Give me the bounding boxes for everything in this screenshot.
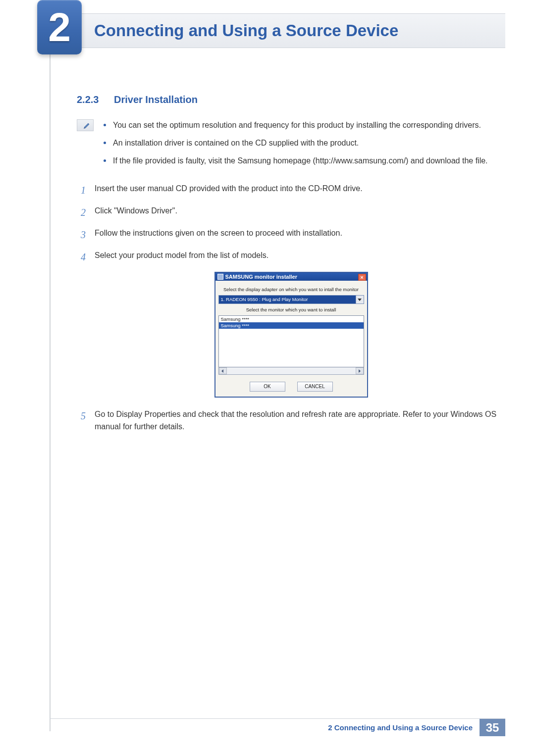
page: Connecting and Using a Source Device 2 2… — [0, 0, 535, 756]
installer-dialog-figure: SAMSUNG monitor installer × Select the d… — [77, 272, 505, 398]
step-number: 3 — [77, 227, 86, 243]
page-number: 35 — [480, 719, 505, 736]
note-text: You can set the optimum resolution and f… — [113, 119, 481, 131]
note-block: You can set the optimum resolution and f… — [77, 119, 505, 173]
chapter-header: Connecting and Using a Source Device — [50, 13, 505, 48]
note-item: If the file provided is faulty, visit th… — [104, 155, 505, 167]
dialog-title-text: SAMSUNG monitor installer — [225, 274, 297, 280]
list-item[interactable]: Samsung **** — [219, 322, 364, 329]
dialog-button-row: OK CANCEL — [218, 382, 364, 392]
note-list: You can set the optimum resolution and f… — [104, 119, 505, 173]
horizontal-scrollbar[interactable] — [218, 367, 364, 375]
step-row: 3 Follow the instructions given on the s… — [77, 227, 505, 243]
step-text: Select your product model from the list … — [95, 250, 505, 265]
bullet-icon — [104, 142, 106, 144]
step-row: 5 Go to Display Properties and check tha… — [77, 408, 505, 433]
close-icon[interactable]: × — [358, 274, 366, 281]
left-rule — [50, 14, 51, 731]
chevron-left-icon[interactable] — [219, 367, 227, 374]
section-number: 2.2.3 — [77, 94, 104, 105]
cancel-button[interactable]: CANCEL — [297, 382, 333, 392]
adapter-select[interactable]: 1. RADEON 9550 : Plug and Play Monitor — [218, 295, 364, 304]
ordered-steps: 1 Insert the user manual CD provided wit… — [77, 183, 505, 433]
step-row: 4 Select your product model from the lis… — [77, 250, 505, 265]
chevron-right-icon[interactable] — [356, 367, 364, 374]
section-heading: 2.2.3 Driver Installation — [77, 94, 505, 105]
step-row: 2 Click "Windows Driver". — [77, 205, 505, 220]
note-item: You can set the optimum resolution and f… — [104, 119, 505, 131]
note-icon — [77, 119, 94, 131]
page-footer: 2 Connecting and Using a Source Device 3… — [50, 718, 505, 736]
step-text: Click "Windows Driver". — [95, 205, 505, 220]
section-title: Driver Installation — [114, 94, 198, 105]
chevron-down-icon[interactable] — [356, 296, 364, 303]
list-item[interactable]: Samsung **** — [219, 316, 364, 322]
step-number: 1 — [77, 183, 86, 198]
dialog-titlebar: SAMSUNG monitor installer × — [215, 273, 367, 281]
dialog-instruction-1: Select the display adapter on which you … — [218, 287, 364, 292]
bullet-icon — [104, 124, 106, 126]
bullet-icon — [104, 159, 106, 162]
step-number: 2 — [77, 205, 86, 220]
monitor-listbox[interactable]: Samsung **** Samsung **** — [218, 315, 364, 367]
chapter-number: 2 — [48, 7, 71, 48]
step-row: 1 Insert the user manual CD provided wit… — [77, 183, 505, 198]
note-text: An installation driver is contained on t… — [113, 137, 359, 149]
app-icon — [217, 274, 223, 280]
step-text: Insert the user manual CD provided with … — [95, 183, 505, 198]
adapter-select-value: 1. RADEON 9550 : Plug and Play Monitor — [219, 296, 356, 303]
installer-dialog: SAMSUNG monitor installer × Select the d… — [214, 272, 368, 398]
note-item: An installation driver is contained on t… — [104, 137, 505, 149]
note-text: If the file provided is faulty, visit th… — [113, 155, 488, 167]
step-number: 4 — [77, 250, 86, 265]
dialog-instruction-2: Select the monitor which you want to ins… — [218, 307, 364, 312]
step-text: Follow the instructions given on the scr… — [95, 227, 505, 243]
content-body: 2.2.3 Driver Installation You can set th… — [77, 94, 505, 440]
step-text: Go to Display Properties and check that … — [95, 408, 505, 433]
chapter-badge: 2 — [37, 0, 82, 54]
step-number: 5 — [77, 408, 86, 433]
footer-chapter-label: 2 Connecting and Using a Source Device — [328, 723, 480, 732]
ok-button[interactable]: OK — [250, 382, 285, 392]
dialog-body: Select the display adapter on which you … — [215, 281, 367, 397]
chapter-title: Connecting and Using a Source Device — [94, 21, 398, 40]
